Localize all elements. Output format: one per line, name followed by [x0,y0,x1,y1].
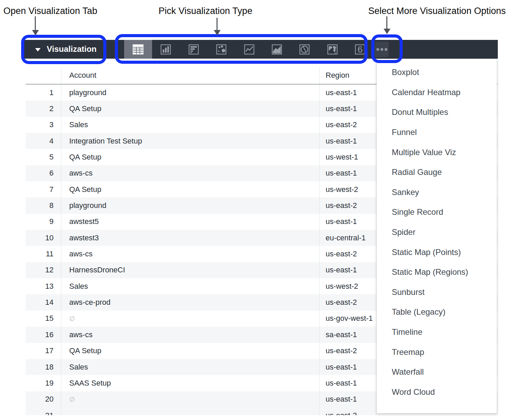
caret-down-icon [35,48,41,51]
row-number-cell: 4 [26,133,61,149]
menu-item-sankey[interactable]: Sankey [377,182,497,202]
account-cell[interactable]: ∅ [61,391,319,407]
menu-item-sunburst[interactable]: Sunburst [377,282,497,302]
row-number-cell: 20 [26,391,61,407]
account-cell[interactable]: playground [61,197,319,213]
menu-item-static-map-regions[interactable]: Static Map (Regions) [377,262,497,282]
row-number-cell: 19 [26,375,61,391]
account-cell[interactable]: ∅ [61,311,319,327]
menu-item-static-map-points[interactable]: Static Map (Points) [377,242,497,262]
account-cell[interactable]: playground [61,85,319,101]
menu-item-treemap[interactable]: Treemap [377,342,497,362]
annotation-pick-visualization-type: Pick Visualization Type [159,6,252,16]
menu-item-spider[interactable]: Spider [377,222,497,242]
menu-item-waterfall[interactable]: Waterfall [377,362,497,382]
viz-type-area-icon[interactable] [263,40,291,59]
menu-item-multiple-value-viz[interactable]: Multiple Value Viz [377,142,497,162]
row-number-cell: 5 [26,149,61,165]
account-cell[interactable]: QA Setup [61,343,319,359]
viz-type-single-value-icon[interactable]: 6 [346,40,374,59]
menu-item-single-record[interactable]: Single Record [377,202,497,222]
annotation-open-visualization-tab: Open Visualization Tab [3,6,97,16]
row-number-cell: 10 [26,230,61,246]
visualization-tab-button[interactable]: Visualization [24,40,106,59]
account-cell[interactable]: aws-cs [61,246,319,262]
null-value-icon: ∅ [69,315,75,322]
account-cell[interactable]: aws-ce-prod [61,294,319,310]
account-cell[interactable]: Sales [61,117,319,133]
row-number-cell: 3 [26,117,61,133]
menu-item-funnel[interactable]: Funnel [377,122,497,142]
row-number-cell: 2 [26,101,61,117]
account-cell[interactable]: aws-cs [61,327,319,343]
row-number-cell: 13 [26,278,61,294]
row-number-cell: 6 [26,165,61,181]
row-number-cell: 1 [26,85,61,101]
row-number-cell: 15 [26,311,61,327]
account-cell[interactable]: QA Setup [61,181,319,197]
ellipsis-icon [381,48,383,51]
account-cell[interactable]: Sales [61,359,319,375]
row-number-cell: 12 [26,262,61,278]
menu-item-table-legacy[interactable]: Table (Legacy) [377,302,497,322]
row-number-cell: 14 [26,294,61,310]
more-visualizations-menu: BoxplotCalendar HeatmapDonut MultiplesFu… [376,59,497,414]
viz-type-map-icon[interactable] [318,40,346,59]
account-cell[interactable]: awstest3 [61,230,319,246]
account-column-header[interactable]: Account [61,67,319,84]
row-number-cell: 11 [26,246,61,262]
viz-type-line-icon[interactable] [235,40,263,59]
account-cell[interactable]: Integration Test Setup [61,133,319,149]
menu-item-word-cloud[interactable]: Word Cloud [377,382,497,402]
row-number-header [26,67,61,84]
visualization-tab-label: Visualization [47,44,96,54]
account-cell[interactable]: aws-cs [61,165,319,181]
menu-item-boxplot[interactable]: Boxplot [377,62,497,82]
menu-item-radial-gauge[interactable]: Radial Gauge [377,162,497,182]
viz-type-row-chart-icon[interactable] [180,40,208,59]
account-cell[interactable]: Sales [61,278,319,294]
svg-text:6: 6 [358,44,363,55]
row-number-cell: 18 [26,359,61,375]
row-number-cell: 9 [26,214,61,230]
menu-item-calendar-heatmap[interactable]: Calendar Heatmap [377,82,497,103]
account-cell[interactable]: SAAS Setup [61,375,319,391]
row-number-cell: 7 [26,181,61,197]
visualization-toolbar: Visualization 6 [24,40,498,59]
ellipsis-icon [376,48,379,51]
menu-item-timeline[interactable]: Timeline [377,322,497,342]
account-cell[interactable] [61,407,319,415]
account-cell[interactable]: awstest5 [61,214,319,230]
more-visualization-options-button[interactable] [375,42,389,57]
viz-type-scatter-icon[interactable] [207,40,235,59]
viz-type-table-icon[interactable] [124,40,152,59]
menu-item-donut-multiples[interactable]: Donut Multiples [377,102,497,122]
account-cell[interactable]: QA Setup [61,149,319,165]
ellipsis-icon [385,48,387,51]
account-cell[interactable]: QA Setup [61,101,319,117]
annotation-select-more-options: Select More Visualization Options [368,6,506,16]
row-number-cell: 17 [26,343,61,359]
row-number-cell: 16 [26,327,61,343]
row-number-cell: 8 [26,197,61,213]
null-value-icon: ∅ [69,395,75,403]
viz-type-pie-icon[interactable] [291,40,318,59]
viz-type-bar-chart-icon[interactable] [152,40,180,59]
account-cell[interactable]: HarnessDroneCI [61,262,319,278]
row-number-cell: 21 [26,407,61,415]
